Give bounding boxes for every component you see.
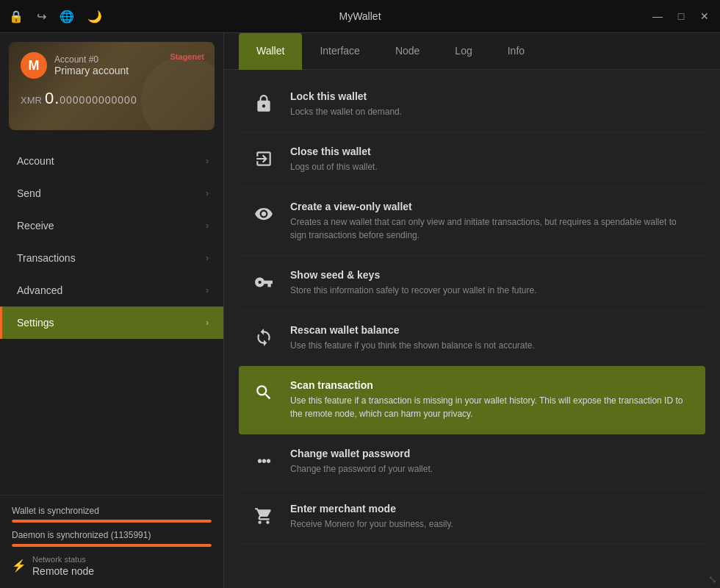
close-wallet-desc: Logs out of this wallet.	[290, 160, 694, 173]
status-section: Wallet is synchronized Daemon is synchro…	[0, 495, 223, 588]
app-body: M Account #0 Primary account Stagenet XM…	[0, 33, 720, 588]
wallet-sync-bar	[12, 520, 212, 523]
wallet-sync-label: Wallet is synchronized	[12, 506, 212, 516]
setting-scan-transaction[interactable]: Scan transaction Use this feature if a t…	[239, 366, 705, 434]
settings-list: Lock this wallet Locks the wallet on dem…	[224, 70, 720, 588]
daemon-sync-label: Daemon is synchronized (1135991)	[12, 530, 212, 540]
tab-info[interactable]: Info	[490, 33, 542, 70]
merchant-mode-title: Enter merchant mode	[290, 503, 694, 514]
tabs: Wallet Interface Node Log Info	[224, 33, 720, 70]
daemon-sync-bar-fill	[12, 544, 212, 547]
view-only-wallet-desc: Creates a new wallet that can only view …	[290, 215, 694, 242]
tab-wallet[interactable]: Wallet	[239, 33, 302, 70]
network-status-value: Remote node	[32, 564, 94, 578]
network-status-label: Network status	[32, 554, 94, 564]
view-only-wallet-content: Create a view-only wallet Creates a new …	[290, 201, 694, 242]
titlebar: 🔒 ↪ 🌐 🌙 MyWallet — □ ✕	[0, 0, 720, 33]
merchant-mode-desc: Receive Monero for your business, easily…	[290, 517, 694, 531]
rescan-balance-title: Rescan wallet balance	[290, 324, 694, 336]
titlebar-left-icons: 🔒 ↪ 🌐 🌙	[9, 10, 102, 24]
logout-icon[interactable]: ↪	[37, 10, 46, 24]
globe-icon[interactable]: 🌐	[60, 10, 74, 24]
dots-icon: •••	[257, 453, 270, 470]
sidebar-item-account[interactable]: Account ›	[0, 145, 223, 177]
daemon-sync-bar	[12, 544, 212, 547]
setting-rescan-balance[interactable]: Rescan wallet balance Use this feature i…	[239, 311, 705, 366]
monero-logo: M	[21, 52, 47, 79]
account-card: M Account #0 Primary account Stagenet XM…	[9, 42, 215, 130]
chevron-icon: ›	[206, 220, 209, 231]
scan-transaction-title: Scan transaction	[290, 379, 694, 391]
chevron-icon: ›	[206, 188, 209, 198]
sidebar-item-send-label: Send	[17, 187, 41, 199]
sidebar-item-advanced-label: Advanced	[17, 284, 62, 296]
sidebar-item-send[interactable]: Send ›	[0, 177, 223, 209]
scan-transaction-content: Scan transaction Use this feature if a t…	[290, 379, 694, 420]
lock-wallet-content: Lock this wallet Locks the wallet on dem…	[290, 90, 694, 118]
change-password-icon: •••	[251, 448, 277, 474]
sidebar-item-receive-label: Receive	[17, 220, 54, 232]
lightning-icon: ⚡	[12, 559, 26, 573]
balance-amount: 0.000000000000	[45, 89, 137, 108]
rescan-balance-content: Rescan wallet balance Use this feature i…	[290, 324, 694, 352]
change-password-content: Change wallet password Change the passwo…	[290, 448, 694, 476]
setting-close-wallet[interactable]: Close this wallet Logs out of this walle…	[239, 132, 705, 187]
sidebar-item-advanced[interactable]: Advanced ›	[0, 274, 223, 306]
scan-transaction-icon	[251, 379, 277, 406]
sidebar-item-settings-label: Settings	[17, 317, 54, 329]
network-status: ⚡ Network status Remote node	[12, 554, 212, 578]
resize-corner: ⤡	[708, 573, 717, 585]
minimize-button[interactable]: —	[651, 10, 664, 23]
change-password-title: Change wallet password	[290, 448, 694, 459]
setting-seed-keys[interactable]: Show seed & keys Store this information …	[239, 256, 705, 311]
sidebar-item-settings[interactable]: Settings ›	[0, 306, 223, 339]
main-content: Wallet Interface Node Log Info Lock this…	[224, 33, 720, 588]
balance-currency: XMR	[21, 95, 42, 106]
merchant-mode-icon	[251, 503, 277, 529]
view-only-wallet-icon	[251, 201, 277, 227]
chevron-icon: ›	[206, 285, 209, 295]
setting-merchant-mode[interactable]: Enter merchant mode Receive Monero for y…	[239, 490, 705, 545]
tab-node[interactable]: Node	[378, 33, 437, 70]
setting-view-only-wallet[interactable]: Create a view-only wallet Creates a new …	[239, 187, 705, 256]
network-info: Network status Remote node	[32, 554, 94, 578]
scan-transaction-desc: Use this feature if a transaction is mis…	[290, 394, 694, 420]
lock-wallet-desc: Locks the wallet on demand.	[290, 105, 694, 118]
setting-change-password[interactable]: ••• Change wallet password Change the pa…	[239, 434, 705, 490]
rescan-balance-desc: Use this feature if you think the shown …	[290, 339, 694, 352]
tab-log[interactable]: Log	[437, 33, 489, 70]
seed-keys-icon	[251, 269, 277, 295]
balance-row: XMR 0.000000000000	[21, 89, 203, 108]
tab-interface[interactable]: Interface	[302, 33, 377, 70]
window-controls: — □ ✕	[651, 10, 711, 23]
chevron-icon: ›	[206, 156, 209, 166]
account-name: Primary account	[54, 65, 203, 76]
seed-keys-title: Show seed & keys	[290, 269, 694, 281]
nav-items: Account › Send › Receive › Transactions …	[0, 139, 223, 495]
view-only-wallet-title: Create a view-only wallet	[290, 201, 694, 212]
close-wallet-content: Close this wallet Logs out of this walle…	[290, 146, 694, 173]
rescan-balance-icon	[251, 324, 277, 351]
lock-icon[interactable]: 🔒	[9, 10, 24, 24]
setting-lock-wallet[interactable]: Lock this wallet Locks the wallet on dem…	[239, 77, 705, 132]
lock-wallet-icon	[251, 90, 277, 117]
chevron-icon: ›	[206, 253, 209, 263]
seed-keys-desc: Store this information safely to recover…	[290, 284, 694, 297]
app-title: MyWallet	[339, 10, 381, 22]
change-password-desc: Change the password of your wallet.	[290, 462, 694, 476]
sidebar-item-receive[interactable]: Receive ›	[0, 209, 223, 242]
close-button[interactable]: ✕	[698, 10, 711, 23]
merchant-mode-content: Enter merchant mode Receive Monero for y…	[290, 503, 694, 531]
sidebar: M Account #0 Primary account Stagenet XM…	[0, 33, 224, 588]
lock-wallet-title: Lock this wallet	[290, 90, 694, 102]
maximize-button[interactable]: □	[674, 10, 688, 23]
sidebar-item-transactions[interactable]: Transactions ›	[0, 242, 223, 274]
stagenet-badge: Stagenet	[170, 52, 204, 61]
chevron-icon: ›	[206, 318, 209, 328]
wallet-sync-bar-fill	[12, 520, 212, 523]
seed-keys-content: Show seed & keys Store this information …	[290, 269, 694, 297]
moon-icon[interactable]: 🌙	[87, 10, 102, 24]
close-wallet-icon	[251, 146, 277, 172]
close-wallet-title: Close this wallet	[290, 146, 694, 157]
sidebar-item-account-label: Account	[17, 155, 54, 167]
